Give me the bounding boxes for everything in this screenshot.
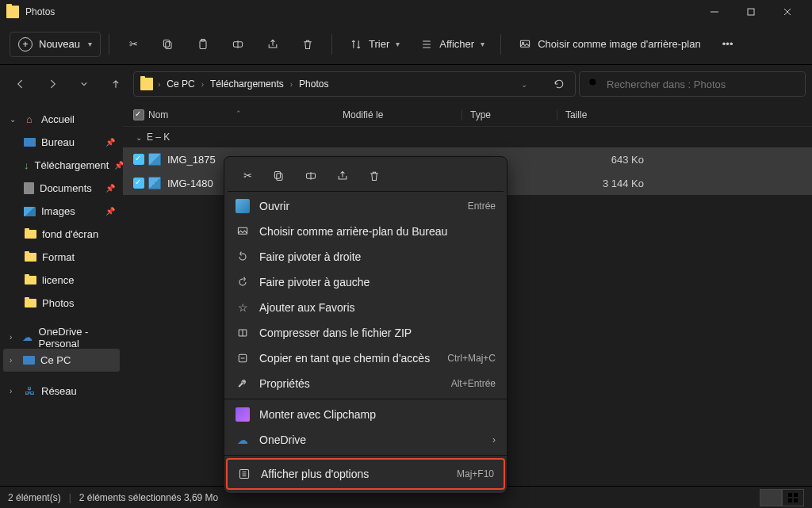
refresh-button[interactable] — [550, 74, 569, 94]
star-icon: ☆ — [236, 300, 250, 315]
separator — [500, 34, 501, 55]
search-icon — [588, 77, 600, 92]
details-view-button[interactable] — [760, 489, 782, 506]
col-size[interactable]: Taille — [557, 109, 660, 120]
download-icon: ↓ — [24, 159, 29, 172]
background-icon — [517, 36, 533, 52]
folder-icon — [24, 297, 36, 310]
ctx-open[interactable]: OuvrirEntrée — [228, 193, 504, 219]
navrow: › Ce PC › Téléchargements › Photos ⌄ — [0, 65, 812, 103]
context-menu: ✂ OuvrirEntrée Choisir comme arrière-pla… — [224, 156, 508, 494]
ctx-clipchamp[interactable]: Monter avec Clipchamp — [228, 402, 504, 427]
svg-rect-4 — [166, 41, 171, 48]
image-file-icon — [148, 153, 161, 166]
sidebar-item-thispc[interactable]: ›Ce PC — [3, 349, 120, 372]
sidebar-label: Documents — [40, 182, 92, 194]
col-modified[interactable]: Modifié le — [343, 109, 462, 120]
titlebar: Photos — [0, 0, 812, 24]
ctx-rename-button[interactable] — [296, 163, 326, 189]
sidebar-item-documents[interactable]: Documents📌 — [3, 177, 120, 200]
copy-button[interactable] — [152, 31, 184, 58]
breadcrumb[interactable]: › Ce PC › Téléchargements › Photos ⌄ — [133, 71, 576, 97]
sidebar-label: Réseau — [41, 385, 77, 397]
sidebar-item-photos[interactable]: Photos — [3, 292, 120, 315]
row-checkbox[interactable] — [133, 178, 144, 189]
svg-rect-29 — [788, 493, 792, 497]
cut-button[interactable]: ✂ — [117, 31, 149, 58]
forward-button[interactable] — [38, 70, 67, 98]
ctx-properties[interactable]: PropriétésAlt+Entrée — [228, 371, 504, 396]
sidebar-item-licence[interactable]: licence — [3, 269, 120, 292]
ctx-rotate-right[interactable]: Faire pivoter à droite — [228, 244, 504, 269]
chevron-down-icon: ▾ — [481, 40, 485, 48]
highlight-box: Afficher plus d'optionsMaj+F10 — [226, 458, 505, 490]
more-icon: ••• — [720, 36, 736, 52]
share-button[interactable] — [257, 31, 289, 58]
chevron-right-icon: › — [492, 434, 496, 445]
file-name: IMG_1875 — [167, 154, 216, 166]
clipchamp-icon — [236, 407, 250, 422]
col-name[interactable]: Nom⌃ — [148, 109, 343, 120]
delete-button[interactable] — [292, 31, 324, 58]
ctx-set-bg[interactable]: Choisir comme arrière-plan du Bureau — [228, 219, 504, 244]
ctx-copy-path[interactable]: Copier en tant que chemin d'accèsCtrl+Ma… — [228, 346, 504, 371]
chevron-down-icon[interactable]: ⌄ — [521, 80, 527, 89]
paste-button[interactable] — [187, 31, 219, 58]
thumbnail-view-button[interactable] — [782, 489, 804, 506]
crumb-photos[interactable]: Photos — [297, 77, 330, 91]
search-input[interactable] — [607, 78, 797, 90]
crumb-cePC[interactable]: Ce PC — [165, 77, 196, 91]
maximize-button[interactable] — [733, 0, 769, 24]
sidebar-item-wallpaper[interactable]: fond d'écran — [3, 223, 120, 246]
ctx-cut-button[interactable]: ✂ — [232, 163, 262, 189]
more-button[interactable]: ••• — [712, 31, 744, 58]
ctx-rotate-left[interactable]: Faire pivoter à gauche — [228, 269, 504, 295]
svg-line-16 — [596, 84, 598, 86]
ctx-share-button[interactable] — [327, 163, 358, 189]
documents-icon — [24, 182, 34, 194]
new-button[interactable]: + Nouveau ▾ — [10, 32, 101, 57]
ctx-onedrive[interactable]: ☁OneDrive› — [228, 427, 504, 453]
separator — [224, 399, 507, 399]
chevron-right-icon: › — [158, 80, 160, 89]
sort-button[interactable]: Trier ▾ — [340, 31, 408, 58]
col-type[interactable]: Type — [462, 109, 557, 120]
search-box[interactable] — [579, 71, 806, 97]
sidebar-item-onedrive[interactable]: ›☁OneDrive - Personal — [3, 326, 120, 349]
svg-point-15 — [589, 78, 596, 85]
cloud-icon: ☁ — [236, 433, 250, 447]
view-button[interactable]: Afficher ▾ — [411, 31, 492, 58]
row-checkbox[interactable] — [133, 154, 144, 165]
ctx-copy-button[interactable] — [264, 163, 294, 189]
folder-icon — [140, 78, 153, 90]
crumb-downloads[interactable]: Téléchargements — [209, 77, 285, 91]
sidebar-item-format[interactable]: Format — [3, 246, 120, 269]
rename-button[interactable] — [222, 31, 254, 58]
back-button[interactable] — [6, 70, 35, 98]
pin-icon: 📌 — [105, 184, 115, 193]
ctx-delete-button[interactable] — [359, 163, 389, 189]
recent-button[interactable] — [70, 70, 98, 98]
close-button[interactable] — [769, 0, 806, 24]
copy-icon — [160, 36, 176, 52]
folder-icon — [24, 251, 36, 264]
status-count: 2 élément(s) — [8, 492, 61, 503]
open-icon — [236, 199, 250, 213]
sidebar-item-network[interactable]: ›🖧Réseau — [3, 380, 120, 403]
set-background-button[interactable]: Choisir comme image d'arrière-plan — [509, 31, 709, 58]
select-all-checkbox[interactable] — [133, 109, 144, 120]
ctx-favorites[interactable]: ☆Ajouter aux Favoris — [228, 295, 504, 320]
group-header[interactable]: ⌄E – K — [123, 127, 812, 147]
sidebar-item-desktop[interactable]: Bureau📌 — [3, 131, 120, 154]
paste-icon — [195, 36, 211, 52]
sidebar-item-images[interactable]: Images📌 — [3, 200, 120, 223]
minimize-button[interactable] — [696, 0, 733, 24]
more-options-icon — [237, 467, 251, 481]
ctx-zip[interactable]: Compresser dans le fichier ZIP — [228, 320, 504, 346]
sidebar-item-downloads[interactable]: ↓Téléchargement📌 — [3, 154, 120, 177]
sidebar-item-home[interactable]: ⌄⌂Accueil — [3, 108, 120, 131]
up-button[interactable] — [102, 70, 130, 98]
svg-rect-31 — [788, 498, 792, 502]
ctx-more-options[interactable]: Afficher plus d'optionsMaj+F10 — [229, 461, 502, 487]
pin-icon: 📌 — [114, 161, 123, 170]
